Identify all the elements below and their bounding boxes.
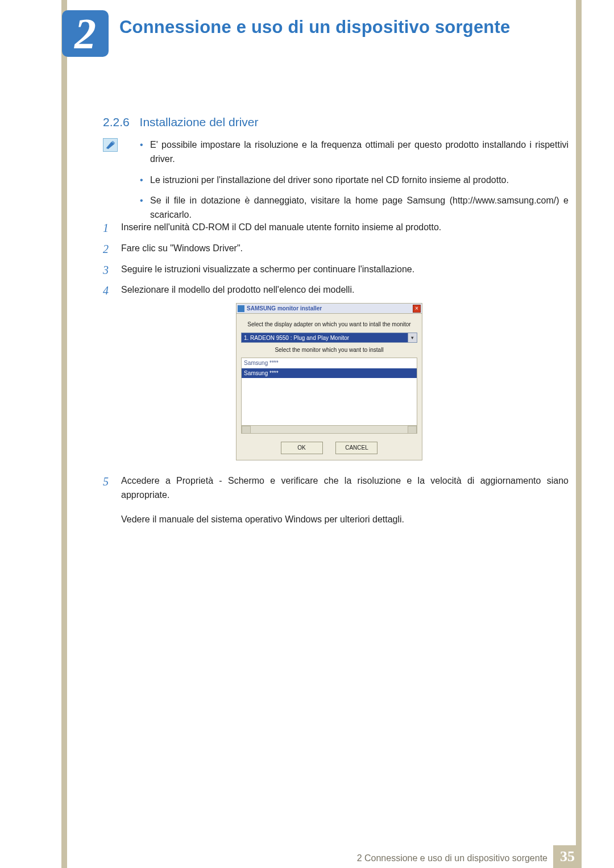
left-accent-strip <box>61 0 67 868</box>
note-icon <box>103 138 118 152</box>
right-accent-strip <box>576 0 582 868</box>
step-item: 1 Inserire nell'unità CD-ROM il CD del m… <box>103 221 569 235</box>
chevron-down-icon[interactable]: ▾ <box>408 333 417 342</box>
page-footer: 2 Connessione e uso di un dispositivo so… <box>0 845 614 868</box>
app-icon <box>238 305 244 312</box>
page-number: 35 <box>553 845 582 868</box>
step-number: 1 <box>103 219 109 237</box>
step5-block: 5 Accedere a Proprietà - Schermo e verif… <box>103 474 569 537</box>
horizontal-scrollbar[interactable] <box>241 426 417 434</box>
chapter-title: Connessione e uso di un dispositivo sorg… <box>119 17 563 38</box>
dropdown-value: 1. RADEON 9550 : Plug and Play Monitor <box>242 333 408 342</box>
ok-button[interactable]: OK <box>281 442 323 454</box>
installer-titlebar: SAMSUNG monitor installer × <box>237 304 422 314</box>
adapter-dropdown[interactable]: 1. RADEON 9550 : Plug and Play Monitor ▾ <box>241 333 417 343</box>
step-item: 4 Selezionare il modello del prodotto ne… <box>103 283 569 460</box>
numbered-steps: 1 Inserire nell'unità CD-ROM il CD del m… <box>103 221 569 467</box>
close-button[interactable]: × <box>413 305 421 313</box>
note-item: Le istruzioni per l'installazione del dr… <box>135 173 569 188</box>
step-number: 5 <box>103 473 109 491</box>
step-number: 3 <box>103 261 109 279</box>
installer-screenshot: SAMSUNG monitor installer × Select the d… <box>236 303 422 460</box>
installer-body: Select the display adapter on which you … <box>237 314 422 460</box>
installer-title: SAMSUNG monitor installer <box>247 304 413 313</box>
adapter-label: Select the display adapter on which you … <box>241 320 417 329</box>
step-text: Fare clic su "Windows Driver". <box>121 243 243 253</box>
monitor-label: Select the monitor which you want to ins… <box>241 346 417 355</box>
note-item: Se il file in dotazione è danneggiato, v… <box>135 194 569 222</box>
step-text: Inserire nell'unità CD-ROM il CD del man… <box>121 222 441 232</box>
section-number: 2.2.6 <box>103 115 130 128</box>
step-number: 4 <box>103 282 109 300</box>
step-item: 5 Accedere a Proprietà - Schermo e verif… <box>103 474 569 502</box>
cancel-button[interactable]: CANCEL <box>335 442 377 454</box>
button-row: OK CANCEL <box>241 442 417 454</box>
list-item-selected[interactable]: Samsung **** <box>242 368 417 379</box>
list-item[interactable]: Samsung **** <box>242 358 417 368</box>
step-number: 2 <box>103 240 109 258</box>
step-item: 3 Seguire le istruzioni visualizzate a s… <box>103 263 569 277</box>
step-text: Selezionare il modello del prodotto nell… <box>121 285 354 294</box>
footer-text: 2 Connessione e uso di un dispositivo so… <box>357 853 547 863</box>
section-heading: 2.2.6 Installazione del driver <box>103 115 259 129</box>
note-item: E' possibile impostare la risoluzione e … <box>135 138 569 167</box>
note-list: E' possibile impostare la risoluzione e … <box>135 138 569 229</box>
step-item: 2 Fare clic su "Windows Driver". <box>103 242 569 256</box>
step-text: Accedere a Proprietà - Schermo e verific… <box>121 476 569 500</box>
step-text: Seguire le istruzioni visualizzate a sch… <box>121 264 414 274</box>
monitor-listbox[interactable]: Samsung **** Samsung **** <box>241 358 417 426</box>
section-title: Installazione del driver <box>140 115 259 128</box>
step-tail-text: Vedere il manuale del sistema operativo … <box>103 513 569 527</box>
step-tail: Vedere il manuale del sistema operativo … <box>121 514 404 524</box>
chapter-number-badge: 2 <box>62 10 109 57</box>
